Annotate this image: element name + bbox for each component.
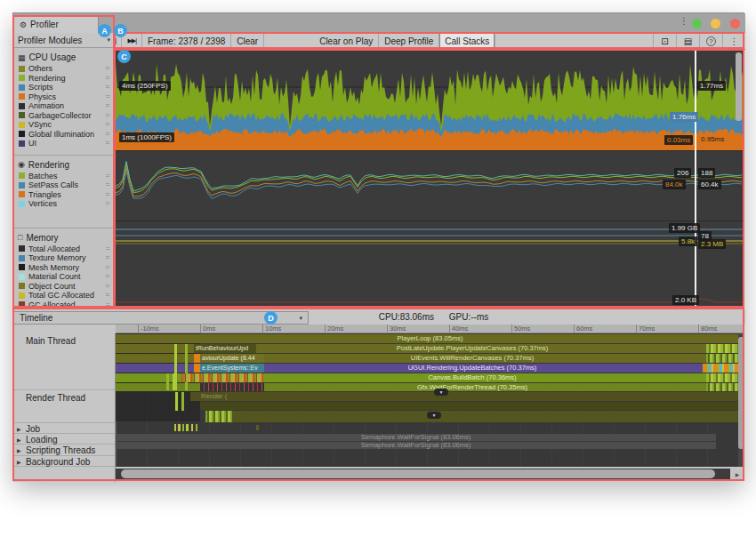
legend-item-gc-allocated[interactable]: GC Allocated＝ — [13, 301, 115, 309]
drag-handle-icon[interactable]: ＝ — [104, 180, 115, 190]
memory-chart[interactable] — [116, 220, 744, 308]
thread-row-job[interactable]: ▶Job — [13, 423, 115, 434]
load-profile-button[interactable]: ⊡ — [653, 33, 676, 49]
thread-row-main-thread[interactable]: Main Thread — [13, 333, 115, 390]
memory-value-gc-alloc: 2.0 KB — [672, 295, 699, 305]
drag-handle-icon[interactable]: ＝ — [104, 199, 115, 209]
annotation-badge-b: B — [114, 24, 127, 37]
save-profile-button[interactable]: ▤ — [676, 33, 699, 49]
drag-handle-icon[interactable]: ＝ — [104, 272, 115, 282]
legend-item-animation[interactable]: Animation＝ — [13, 101, 115, 111]
tab-profiler[interactable]: ⚙ Profiler — [13, 15, 99, 33]
legend-item-ui[interactable]: UI＝ — [13, 139, 115, 148]
bar-semaphore-1[interactable]: Semaphore.WaitForSignal (83.06ms) — [116, 434, 716, 441]
collapse-arrow-icon[interactable]: ▶ — [17, 447, 21, 453]
chip-orange-seg[interactable] — [194, 364, 200, 373]
drag-handle-icon[interactable]: ＝ — [104, 253, 115, 263]
drag-handle-icon[interactable]: ＝ — [104, 83, 115, 92]
thread-row-scripting-threads[interactable]: ▶Scripting Threads — [13, 445, 115, 456]
drag-handle-icon[interactable]: ＝ — [104, 64, 115, 74]
drag-handle-icon[interactable]: ＝ — [104, 172, 115, 181]
toolbar-more-button[interactable]: ⋮ — [722, 33, 745, 49]
legend-item-triangles[interactable]: Triangles＝ — [13, 190, 115, 200]
charts-vertical-scrollbar[interactable] — [736, 52, 742, 121]
thread-row-loading[interactable]: ▶Loading — [13, 434, 115, 445]
legend-item-physics[interactable]: Physics＝ — [13, 92, 115, 102]
drag-handle-icon[interactable]: ＝ — [104, 282, 115, 292]
legend-item-garbagecollector[interactable]: GarbageCollector＝ — [13, 111, 115, 121]
cpu-value-others: 0.03ms — [664, 135, 693, 145]
drag-handle-icon[interactable]: ＝ — [104, 120, 115, 130]
collapse-arrow-icon[interactable]: ▶ — [17, 425, 21, 431]
selected-frame-indicator[interactable] — [695, 50, 696, 308]
help-button[interactable]: ? — [699, 33, 722, 49]
timeline-hscroll-thumb[interactable] — [121, 469, 715, 478]
drag-handle-icon[interactable]: ＝ — [104, 301, 115, 309]
drag-handle-icon[interactable]: ＝ — [104, 190, 115, 200]
drag-handle-icon[interactable]: ＝ — [104, 130, 115, 140]
timeline-canvas[interactable]: PlayerLoop (83.05ms)PostLateUpdate.Playe… — [116, 333, 744, 467]
legend-item-scripts[interactable]: Scripts＝ — [13, 83, 115, 92]
drag-handle-icon[interactable]: ＝ — [104, 244, 115, 254]
chip-eventsystems[interactable]: e.EventSystems::Ev — [200, 364, 264, 373]
deep-profile-toggle[interactable]: Deep Profile — [379, 33, 439, 49]
legend-item-label: GarbageCollector — [28, 111, 104, 121]
chip-runbehaviourupdate[interactable]: tRunBehaviourUpd — [194, 344, 256, 353]
thread-row-render-thread[interactable]: Render Thread — [13, 390, 115, 423]
drag-handle-icon[interactable]: ＝ — [104, 101, 115, 111]
thread-labels-column: Main ThreadRender Thread▶Job▶Loading▶Scr… — [13, 333, 116, 467]
module-header-cpu-usage[interactable]: ▦CPU Usage — [13, 51, 115, 64]
legend-item-total-gc-allocated[interactable]: Total GC Allocated＝ — [13, 291, 115, 301]
collapse-arrow-icon[interactable]: ▶ — [17, 436, 21, 442]
legend-item-object-count[interactable]: Object Count＝ — [13, 282, 115, 292]
expand-marker[interactable]: ▼ — [434, 389, 448, 396]
bar-semaphore-2[interactable]: Semaphore.WaitForSignal (83.06ms) — [116, 442, 716, 449]
bar-render-thread-3[interactable] — [205, 411, 744, 422]
timeline-ruler[interactable]: -10ms0ms10ms20ms30ms40ms50ms60ms70ms80ms — [116, 325, 744, 333]
cpu-usage-chart[interactable] — [116, 50, 744, 150]
traffic-light-yellow[interactable] — [711, 19, 720, 28]
legend-item-texture-memory[interactable]: Texture Memory＝ — [13, 253, 115, 263]
traffic-light-red[interactable] — [730, 19, 740, 28]
legend-item-rendering[interactable]: Rendering＝ — [13, 74, 115, 84]
clear-on-play-toggle[interactable]: Clear on Play — [314, 33, 379, 49]
legend-color-swatch — [19, 245, 25, 252]
expand-marker[interactable]: ▼ — [427, 412, 441, 419]
window-menu-icon[interactable]: ⋮ — [680, 16, 688, 26]
legend-item-vertices[interactable]: Vertices＝ — [13, 199, 115, 209]
module-header-rendering[interactable]: ◉Rendering — [13, 158, 115, 172]
drag-handle-icon[interactable]: ＝ — [104, 92, 115, 102]
drag-handle-icon[interactable]: ＝ — [104, 263, 115, 273]
chip-behaviourupdate[interactable]: aviourUpdate (8.44 — [200, 354, 264, 363]
memory-icon: □ — [18, 233, 22, 242]
rendering-chart[interactable] — [116, 150, 744, 220]
legend-item-batches[interactable]: Batches＝ — [13, 172, 115, 181]
legend-item-vsync[interactable]: VSync＝ — [13, 120, 115, 130]
modules-list: ▦CPU UsageOthers＝Rendering＝Scripts＝Physi… — [13, 48, 115, 308]
legend-color-swatch — [19, 84, 25, 91]
drag-handle-icon[interactable]: ＝ — [104, 111, 115, 121]
legend-item-material-count[interactable]: Material Count＝ — [13, 272, 115, 282]
collapse-arrow-icon[interactable]: ▶ — [17, 458, 21, 464]
legend-item-total-allocated[interactable]: Total Allocated＝ — [13, 244, 115, 254]
drag-handle-icon[interactable]: ＝ — [104, 139, 115, 148]
bar-render-thread[interactable]: Render ( — [190, 392, 744, 401]
drag-handle-icon[interactable]: ＝ — [104, 74, 115, 84]
timeline-hscroll-corner[interactable]: ▶ — [730, 469, 744, 479]
module-header-memory[interactable]: □Memory — [13, 231, 115, 244]
timeline-segment — [205, 411, 232, 422]
traffic-light-green[interactable] — [692, 19, 702, 28]
legend-item-mesh-memory[interactable]: Mesh Memory＝ — [13, 263, 115, 273]
call-stacks-toggle[interactable]: Call Stacks — [439, 33, 495, 49]
legend-item-others[interactable]: Others＝ — [13, 64, 115, 74]
bar-playerloop[interactable]: PlayerLoop (83.05ms) — [116, 334, 744, 343]
drag-handle-icon[interactable]: ＝ — [104, 291, 115, 301]
thread-row-background-job[interactable]: ▶Background Job — [13, 456, 115, 467]
bar-render-thread-2[interactable] — [200, 402, 744, 410]
legend-item-setpass-calls[interactable]: SetPass Calls＝ — [13, 180, 115, 190]
timeline-vscroll-thumb[interactable] — [738, 337, 744, 449]
chip-orange-seg[interactable] — [194, 354, 200, 363]
timeline-hscroll-track[interactable]: ▶ — [116, 469, 744, 479]
clear-button[interactable]: Clear — [231, 33, 264, 49]
legend-item-global-illumination[interactable]: Global Illumination＝ — [13, 130, 115, 140]
